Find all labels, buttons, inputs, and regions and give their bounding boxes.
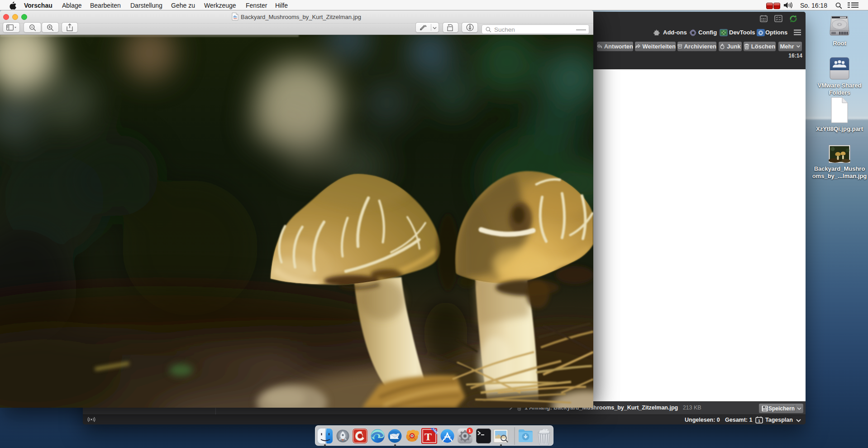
svg-text:1: 1	[468, 428, 471, 433]
svg-text:1: 1	[758, 419, 760, 423]
svg-text:T: T	[424, 431, 432, 443]
